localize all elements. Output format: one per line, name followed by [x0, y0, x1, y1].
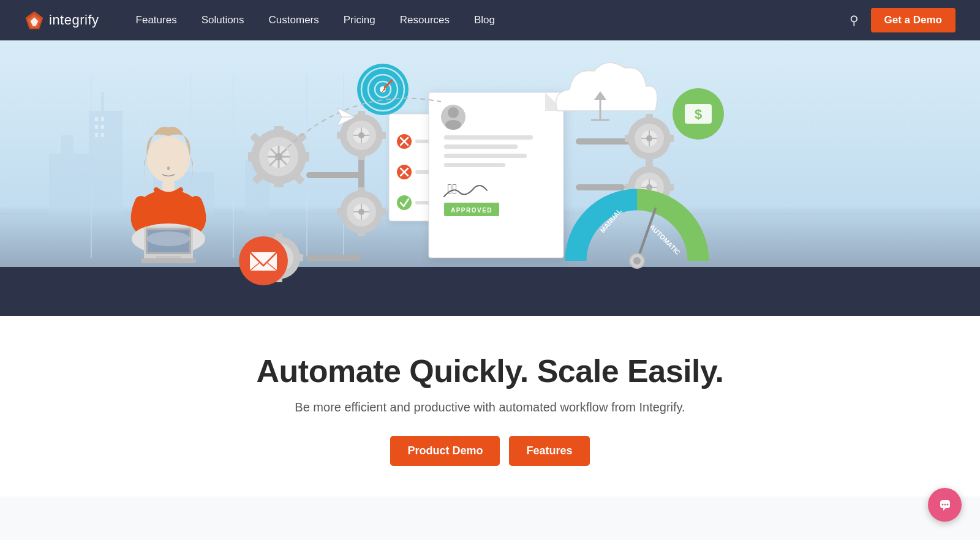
product-demo-button[interactable]: Product Demo — [390, 436, 500, 466]
svg-point-143 — [633, 257, 641, 264]
svg-point-23 — [167, 167, 170, 170]
svg-rect-39 — [248, 152, 255, 162]
nav-item-features[interactable]: Features — [136, 14, 177, 26]
svg-rect-36 — [274, 126, 284, 133]
svg-point-98 — [646, 184, 652, 190]
svg-point-58 — [358, 132, 364, 138]
svg-rect-62 — [358, 187, 365, 193]
svg-rect-10 — [95, 125, 98, 129]
svg-rect-54 — [380, 132, 386, 139]
nav-right: ⚲ Get a Demo — [850, 8, 956, 32]
svg-rect-116 — [444, 144, 518, 149]
svg-point-22 — [147, 136, 190, 182]
svg-rect-55 — [337, 132, 343, 139]
svg-text:APPROVED: APPROVED — [451, 207, 492, 214]
features-button[interactable]: Features — [509, 436, 589, 466]
svg-rect-83 — [646, 157, 653, 163]
svg-rect-92 — [646, 163, 653, 169]
nav-item-blog[interactable]: Blog — [474, 14, 495, 26]
svg-point-88 — [646, 135, 652, 141]
svg-rect-115 — [444, 135, 533, 140]
svg-rect-9 — [101, 117, 104, 121]
svg-rect-38 — [302, 152, 309, 162]
get-demo-button[interactable]: Get a Demo — [871, 8, 956, 32]
svg-rect-31 — [576, 184, 625, 190]
svg-rect-82 — [646, 114, 653, 120]
svg-rect-63 — [358, 230, 365, 236]
svg-rect-28 — [306, 255, 361, 261]
person-figure — [107, 110, 230, 269]
svg-point-68 — [358, 209, 364, 215]
svg-rect-85 — [625, 135, 631, 142]
search-icon[interactable]: ⚲ — [850, 13, 859, 28]
svg-rect-64 — [380, 208, 386, 216]
nav-item-pricing[interactable]: Pricing — [344, 14, 375, 26]
nav-item-resources[interactable]: Resources — [400, 14, 450, 26]
svg-rect-20 — [141, 258, 196, 263]
svg-rect-25 — [306, 172, 361, 178]
logo-text: integrify — [49, 12, 99, 28]
svg-rect-65 — [337, 208, 343, 216]
svg-text:𝒶: 𝒶 — [447, 181, 457, 197]
svg-rect-94 — [668, 184, 674, 191]
logo-icon — [24, 10, 44, 30]
main-heading: Automate Quickly. Scale Easily. — [24, 353, 956, 389]
svg-rect-53 — [358, 154, 365, 160]
svg-rect-84 — [668, 135, 674, 142]
svg-point-114 — [445, 120, 461, 130]
svg-rect-52 — [358, 111, 365, 117]
sub-heading: Be more efficient and productive with au… — [24, 400, 956, 414]
svg-rect-11 — [101, 125, 104, 129]
svg-rect-72 — [275, 233, 282, 239]
hero-section: 𝒶 APPROVED — [0, 40, 980, 316]
nav-item-solutions[interactable]: Solutions — [202, 14, 244, 26]
cta-buttons: Product Demo Features — [24, 436, 956, 466]
svg-rect-117 — [444, 154, 527, 158]
svg-point-108 — [397, 195, 412, 210]
svg-rect-118 — [444, 163, 505, 167]
svg-text:$: $ — [695, 107, 702, 122]
chat-icon — [937, 497, 954, 497]
logo-link[interactable]: integrify — [24, 10, 99, 30]
svg-rect-13 — [101, 133, 104, 137]
svg-rect-8 — [95, 117, 98, 121]
navigation: integrify Features Solutions Customers P… — [0, 0, 980, 40]
svg-point-113 — [448, 107, 459, 118]
svg-rect-37 — [274, 180, 284, 187]
workflow-diagram: 𝒶 APPROVED — [233, 53, 784, 316]
svg-line-141 — [637, 209, 655, 261]
svg-point-21 — [147, 231, 190, 246]
content-section: Automate Quickly. Scale Easily. Be more … — [0, 316, 980, 497]
svg-rect-24 — [162, 181, 175, 193]
svg-rect-12 — [95, 133, 98, 137]
nav-item-customers[interactable]: Customers — [269, 14, 319, 26]
nav-links: Features Solutions Customers Pricing Res… — [136, 14, 850, 26]
svg-rect-74 — [297, 254, 303, 261]
